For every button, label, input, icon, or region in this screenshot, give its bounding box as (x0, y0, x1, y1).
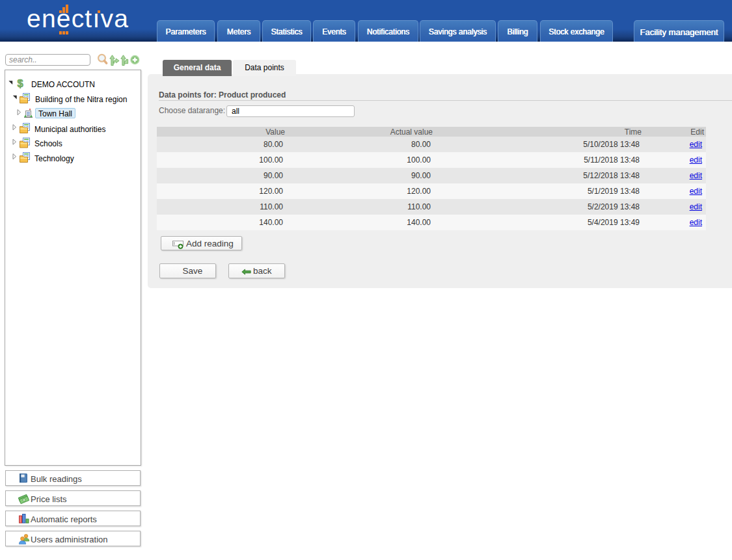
svg-text:$: $ (18, 77, 23, 89)
